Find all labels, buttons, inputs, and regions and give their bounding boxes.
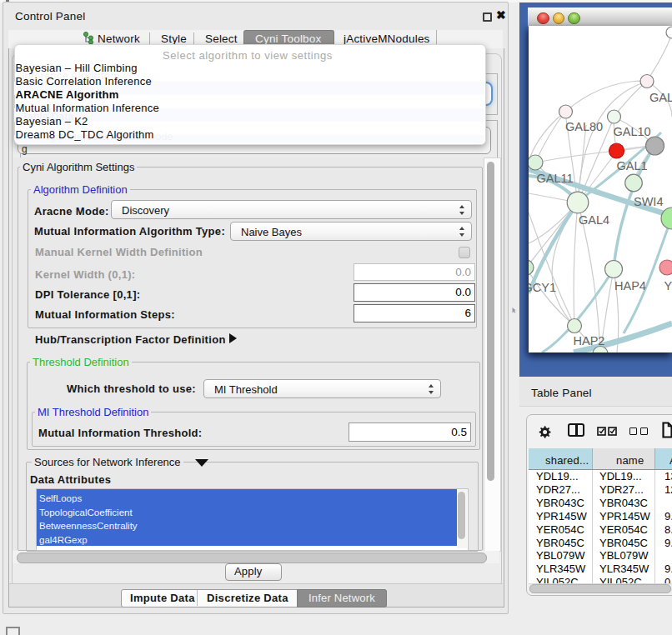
svg-text:GAL: GAL bbox=[649, 91, 672, 104]
svg-text:GAL10: GAL10 bbox=[614, 125, 651, 138]
svg-text:GAL11: GAL11 bbox=[537, 172, 574, 185]
svg-text:Y: Y bbox=[664, 279, 672, 292]
svg-text:HAP2: HAP2 bbox=[574, 334, 605, 348]
svg-text:HAP4: HAP4 bbox=[614, 279, 646, 292]
svg-text:GAL4: GAL4 bbox=[579, 213, 609, 227]
svg-text:GAL80: GAL80 bbox=[565, 120, 603, 133]
svg-text:GAL1: GAL1 bbox=[617, 159, 648, 172]
svg-text:GCY1: GCY1 bbox=[529, 281, 556, 294]
svg-text:SWI4: SWI4 bbox=[634, 195, 663, 208]
